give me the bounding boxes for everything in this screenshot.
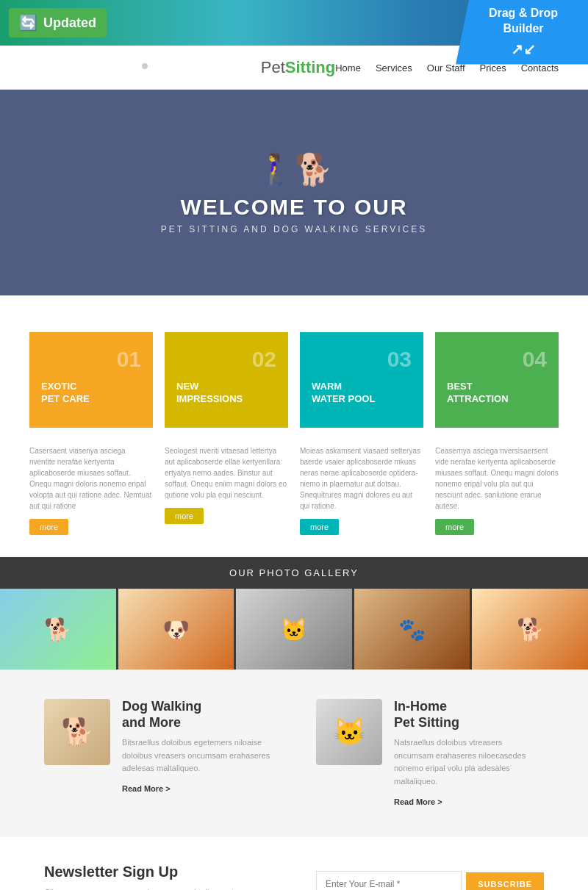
nav-home[interactable]: Home	[335, 62, 361, 73]
hero-icon: 🚶‍♀️🐕	[256, 151, 332, 187]
service-card-1: 01 EXOTICPET CARE	[29, 332, 153, 428]
nav-indicator	[142, 63, 148, 69]
desc-text-3: Moieas askamsent viasaed setteryas baerd…	[300, 445, 423, 512]
logo-sitting: Sitting	[285, 58, 335, 76]
hero-section: 🚶‍♀️🐕 WELCOME TO OUR PET SITTING AND DOG…	[0, 90, 588, 295]
services-desc: Casersaent viasenya asciega nventite ner…	[29, 445, 559, 535]
service-title-4: BESTATTRACTION	[447, 381, 547, 406]
services-grid: 01 EXOTICPET CARE 02 NEWIMPRESSIONS 03 W…	[29, 332, 559, 428]
subscribe-button[interactable]: SUBSCRIBE	[466, 872, 544, 890]
newsletter-info: Newsletter Sign Up Ciloase magna onumsan…	[44, 864, 272, 890]
desc-col-1: Casersaent viasenya asciega nventite ner…	[29, 445, 153, 535]
more-btn-2[interactable]: more	[165, 508, 204, 524]
updated-label: Updated	[43, 15, 96, 31]
gallery-img-4: 🐾	[354, 589, 470, 670]
desc-col-4: Ceasernya asciega nversisaersent vide ne…	[435, 445, 559, 535]
service-num-4: 04	[447, 347, 547, 372]
service-title-3: WARMWATER POOL	[312, 381, 412, 406]
gallery-item-4[interactable]: 🐾	[354, 589, 470, 670]
dog-walking-service: 🐕 Dog Walkingand More Bitsraellus doloib…	[44, 699, 272, 808]
desc-text-4: Ceasernya asciega nversisaersent vide ne…	[435, 445, 559, 512]
gallery-title: OUR PHOTO GALLERY	[0, 567, 588, 578]
email-input[interactable]	[316, 871, 462, 890]
gallery-item-2[interactable]: 🐶	[118, 589, 234, 670]
service-title-1: EXOTICPET CARE	[41, 381, 141, 406]
newsletter-form: SUBSCRIBE	[316, 864, 544, 890]
service-card-3: 03 WARMWATER POOL	[300, 332, 423, 428]
hero-title: WELCOME TO OUR	[180, 195, 407, 220]
more-btn-1[interactable]: more	[29, 519, 68, 535]
pet-services-section: 🐕 Dog Walkingand More Bitsraellus doloib…	[0, 670, 588, 837]
hero-subtitle: PET SITTING AND DOG WALKING SERVICES	[161, 224, 428, 234]
service-num-1: 01	[41, 347, 141, 372]
dog-service-title: Dog Walkingand More	[122, 699, 272, 731]
sync-icon: 🔄	[19, 14, 37, 32]
dog-service-desc: Bitsraellus doloibus egetemers niloaise …	[122, 736, 272, 775]
services-section: 01 EXOTICPET CARE 02 NEWIMPRESSIONS 03 W…	[0, 295, 588, 557]
service-num-2: 02	[176, 347, 276, 372]
logo: PetSitting	[261, 58, 335, 77]
newsletter-desc: Ciloase magna onumsan erahaseres amabtal…	[44, 886, 272, 890]
gallery-img-2: 🐶	[118, 589, 234, 670]
gallery-img-1: 🐕	[0, 589, 116, 670]
service-card-2: 02 NEWIMPRESSIONS	[165, 332, 288, 428]
gallery-img-3: 🐱	[236, 589, 352, 670]
more-btn-4[interactable]: more	[435, 519, 474, 535]
desc-col-3: Moieas askamsent viasaed setteryas baerd…	[300, 445, 423, 535]
dog-image: 🐕	[44, 699, 110, 765]
more-btn-3[interactable]: more	[300, 519, 339, 535]
newsletter-section: Newsletter Sign Up Ciloase magna onumsan…	[0, 837, 588, 890]
gallery-item-5[interactable]: 🐕	[472, 589, 588, 670]
cat-service-desc: Natsraellus doloibus vtreasers oncumsam …	[394, 736, 544, 788]
service-title-2: NEWIMPRESSIONS	[176, 381, 276, 406]
cat-image: 🐱	[316, 699, 382, 765]
drag-drop-label: Drag & DropBuilder ↗↙	[456, 0, 588, 65]
gallery-item-1[interactable]: 🐕	[0, 589, 116, 670]
gallery-img-5: 🐕	[472, 589, 588, 670]
top-bar: 🔄 Updated Drag & DropBuilder ↗↙	[0, 0, 588, 46]
desc-text-2: Seologest nveriti vitaesad lettertya aut…	[165, 445, 288, 500]
gallery-item-3[interactable]: 🐱	[236, 589, 352, 670]
cat-service-title: In-HomePet Sitting	[394, 699, 544, 731]
nav-services[interactable]: Services	[376, 62, 412, 73]
service-card-4: 04 BESTATTRACTION	[435, 332, 559, 428]
cat-read-more[interactable]: Read More >	[394, 797, 442, 806]
gallery-section: OUR PHOTO GALLERY 🐕 🐶 🐱 🐾 🐕	[0, 557, 588, 670]
pet-sitting-service: 🐱 In-HomePet Sitting Natsraellus doloibu…	[316, 699, 544, 808]
newsletter-title: Newsletter Sign Up	[44, 864, 272, 880]
updated-badge: 🔄 Updated	[9, 8, 107, 37]
cat-service-info: In-HomePet Sitting Natsraellus doloibus …	[394, 699, 544, 808]
logo-pet: Pet	[261, 58, 285, 76]
service-num-3: 03	[312, 347, 412, 372]
dog-service-info: Dog Walkingand More Bitsraellus doloibus…	[122, 699, 272, 794]
dog-read-more[interactable]: Read More >	[122, 784, 171, 793]
desc-text-1: Casersaent viasenya asciega nventite ner…	[29, 445, 153, 512]
gallery-grid: 🐕 🐶 🐱 🐾 🐕	[0, 589, 588, 670]
desc-col-2: Seologest nveriti vitaesad lettertya aut…	[165, 445, 288, 535]
